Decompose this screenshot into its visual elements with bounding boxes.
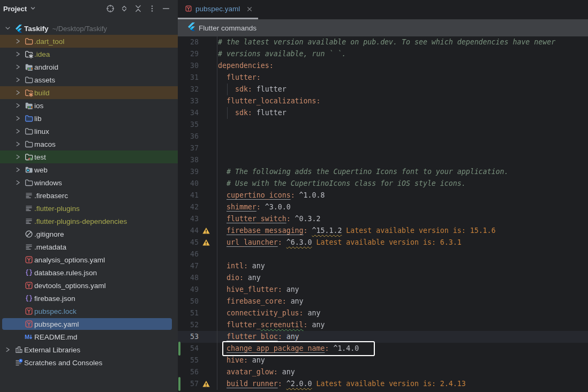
tree-item-label: .metadata <box>33 243 66 251</box>
gutter-icon-cell <box>199 72 217 84</box>
code-line-32: 32 sdk: flutter <box>178 84 588 95</box>
chevron-right-icon[interactable] <box>14 114 21 123</box>
tree-item-lib[interactable]: lib <box>0 112 178 125</box>
tree-item-ios[interactable]: ios <box>0 99 178 112</box>
gutter-change-marker <box>178 107 181 119</box>
folder-icon <box>25 178 33 187</box>
code-token: firebase_messaging <box>227 227 304 235</box>
gutter-icon-cell <box>199 131 217 142</box>
tree-item-android[interactable]: android <box>0 61 178 73</box>
gutter-change-marker <box>178 260 181 272</box>
tree-item-project-root[interactable]: Taskify~/Desktop/Taskify <box>0 22 178 35</box>
tree-item-readme-md[interactable]: M README.md <box>0 330 178 343</box>
code-line-37: 37 <box>178 142 588 154</box>
gutter-change-marker <box>178 366 181 378</box>
tree-item--gitignore[interactable]: .gitignore <box>0 228 178 240</box>
project-panel-title[interactable]: Project <box>3 4 36 13</box>
flutter-icon <box>188 22 195 33</box>
tree-item-build[interactable]: build <box>0 86 178 99</box>
collapse-all-icon[interactable] <box>134 4 142 13</box>
code-token: any <box>278 368 295 376</box>
more-options-icon[interactable] <box>148 4 156 13</box>
chevron-right-icon[interactable] <box>14 101 21 110</box>
code-token: any <box>287 297 304 305</box>
file-json-icon <box>25 294 33 303</box>
tree-item-analysis-options-yaml[interactable]: analysis_options.yaml <box>0 253 178 266</box>
code-line-44: 44 firebase_messaging: ^15.1.2 Latest av… <box>178 225 588 237</box>
tree-item-macos[interactable]: macos <box>0 138 178 150</box>
hide-panel-icon[interactable] <box>162 4 170 13</box>
tree-item--metadata[interactable]: .metadata <box>0 240 178 253</box>
expand-all-icon[interactable] <box>120 4 129 13</box>
tree-item--flutter-plugins-dependencies[interactable]: .flutter-plugins-dependencies <box>0 215 178 228</box>
chevron-right-icon[interactable] <box>14 127 21 135</box>
line-number: 46 <box>181 248 199 260</box>
code-token <box>218 356 227 364</box>
gutter-change-marker <box>178 284 181 296</box>
gutter-change-marker <box>178 119 181 131</box>
chevron-right-icon[interactable] <box>14 178 21 187</box>
code-line-50: 50 firebase_core: any <box>178 296 588 307</box>
chevron-right-icon[interactable] <box>14 63 21 71</box>
tree-item-web[interactable]: web <box>0 163 178 176</box>
tree-item--idea[interactable]: .idea <box>0 48 178 61</box>
tab-pubspec-yaml[interactable]: pubspec.yaml <box>178 0 260 18</box>
file-md-icon: M <box>25 333 33 341</box>
file-json-icon <box>25 268 33 277</box>
gutter-icon-cell <box>199 378 217 390</box>
chevron-down-icon[interactable] <box>4 24 11 33</box>
line-number: 54 <box>181 343 199 355</box>
tree-item-label: External Libraries <box>23 346 80 354</box>
chevron-right-icon[interactable] <box>14 88 21 97</box>
code-line-41: 41 cupertino_icons: ^1.0.8 <box>178 190 588 201</box>
tree-item-windows[interactable]: windows <box>0 176 178 189</box>
gutter-change-marker <box>178 248 181 260</box>
code-token: intl: <box>227 262 248 270</box>
tree-item-label: build <box>33 89 50 97</box>
locate-file-icon[interactable] <box>106 4 115 13</box>
line-number: 32 <box>181 84 199 95</box>
chevron-right-icon[interactable] <box>14 153 21 161</box>
tree-item--flutter-plugins[interactable]: .flutter-plugins <box>0 202 178 215</box>
chevron-spacer <box>14 268 21 277</box>
tab-close-icon[interactable] <box>245 5 254 13</box>
tree-item-linux[interactable]: linux <box>0 125 178 138</box>
code-text: # the latest version available on pub.de… <box>217 36 555 48</box>
tree-item-pubspec-yaml[interactable]: pubspec.yaml <box>0 318 178 330</box>
code-line-42: 42 shimmer: ^3.0.0 <box>178 201 588 213</box>
tree-item-external-libraries[interactable]: External Libraries <box>0 343 178 356</box>
flutter-commands-banner[interactable]: Flutter commands <box>178 19 588 36</box>
chevron-right-icon[interactable] <box>4 345 11 354</box>
code-editor[interactable]: 28 # the latest version available on pub… <box>178 36 588 392</box>
flutter-sm-icon <box>14 24 23 33</box>
code-token: cupertino_icons <box>227 191 291 199</box>
tree-item-pubspec-lock[interactable]: pubspec.lock <box>0 305 178 318</box>
code-token: any <box>304 309 321 317</box>
code-token: # the latest version available on pub.de… <box>218 38 555 46</box>
chevron-right-icon[interactable] <box>14 76 21 84</box>
tree-item--dart-tool[interactable]: .dart_tool <box>0 35 178 48</box>
file-text-icon <box>25 243 33 251</box>
gutter-icon-cell <box>199 248 217 260</box>
line-number: 36 <box>181 131 199 142</box>
code-token: ^1.0.8 <box>295 191 325 199</box>
code-text: cupertino_icons: ^1.0.8 <box>217 190 325 201</box>
chevron-right-icon[interactable] <box>14 37 21 46</box>
code-text: shimmer: ^3.0.0 <box>217 201 291 213</box>
file-text-icon <box>25 217 33 225</box>
chevron-right-icon[interactable] <box>14 165 21 174</box>
code-token <box>218 97 227 105</box>
tree-item--firebaserc[interactable]: .firebaserc <box>0 189 178 202</box>
tree-item-label: .flutter-plugins-dependencies <box>33 217 127 225</box>
tree-item-test[interactable]: test <box>0 150 178 163</box>
tree-item-firebase-json[interactable]: firebase.json <box>0 292 178 305</box>
line-number: 45 <box>181 237 199 248</box>
tree-item-scratches-and-consoles[interactable]: Scratches and Consoles <box>0 356 178 369</box>
code-text: sdk: flutter <box>217 84 287 95</box>
tree-item-assets[interactable]: assets <box>0 73 178 86</box>
chevron-right-icon[interactable] <box>14 50 21 58</box>
gutter-icon-cell <box>199 272 217 284</box>
chevron-right-icon[interactable] <box>14 140 21 148</box>
tree-item-devtools-options-yaml[interactable]: devtools_options.yaml <box>0 279 178 292</box>
tree-item-database-rules-json[interactable]: database.rules.json <box>0 266 178 279</box>
